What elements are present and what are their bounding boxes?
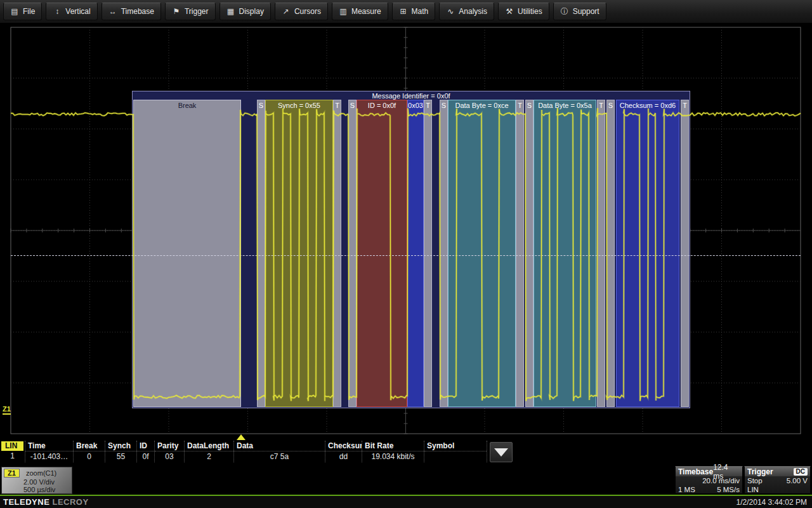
table-column-time: Time-101.403… [25,441,74,462]
table-header-cell: Synch [105,441,136,451]
timebase-sample-rate: 5 MS/s [717,485,740,494]
table-column-symbol: Symbol [424,441,487,462]
table-column-bit-rate: Bit Rate19.034 kbit/s [362,441,424,462]
brand-logo: TELEDYNE LECROY [3,497,89,507]
vertical-icon: ↕ [53,7,62,16]
menu-button-vertical[interactable]: ↕Vertical [46,3,97,20]
table-scroll-down-button[interactable] [490,442,513,462]
table-value-cell[interactable]: -101.403… [25,451,73,462]
menu-label: Math [412,7,429,16]
decode-table-columns: LIN1Time-101.403…Break0Synch55ID0fParity… [0,441,487,462]
menu-label: Analysis [459,7,487,16]
table-header-cell: DataLength [185,441,233,451]
analysis-icon: ∿ [446,7,455,16]
table-value-cell[interactable]: 55 [105,451,136,462]
table-header-cell: Break [74,441,105,451]
table-header-cell: LIN [1,441,23,451]
waveform-trace [0,23,812,439]
support-icon: ⓘ [560,6,569,17]
menu-button-display[interactable]: ▦Display [219,3,271,20]
trigger-title: Trigger [747,467,773,476]
menu-bar: ▤File↕Vertical↔Timebase⚑Trigger▦Display↗… [0,0,812,23]
measure-icon: ▥ [339,7,348,16]
table-header-cell: Time [25,441,73,451]
cursors-icon: ↗ [282,7,291,16]
menu-label: Timebase [121,7,154,16]
menu-label: Utilities [518,7,542,16]
table-header-cell: Bit Rate [362,441,424,451]
timebase-icon: ↔ [108,7,117,16]
menu-button-trigger[interactable]: ⚑Trigger [165,3,216,20]
table-column-datalength: DataLength2 [185,441,234,462]
menu-label: Display [239,7,264,16]
menu-label: Trigger [185,7,209,16]
timebase-per-div: 20.0 ms/div [702,476,740,485]
table-header-cell: Parity [155,441,184,451]
table-value-cell[interactable]: dd [325,451,362,462]
clock-datetime: 1/2/2014 3:44:02 PM [737,498,807,507]
table-value-cell[interactable]: 1 [0,451,25,462]
menu-label: Measure [351,7,381,16]
table-value-cell[interactable]: 0 [74,451,105,462]
timebase-title: Timebase [678,467,713,476]
table-header-cell: ID [137,441,154,451]
table-header-cell: Data [234,441,325,451]
menu-label: File [23,7,35,16]
table-value-cell[interactable]: c7 5a [234,451,325,462]
table-column-id: ID0f [137,441,155,462]
z1-descriptor-panel[interactable]: Z1 zoom(C1) 2.00 V/div 500 µs/div [1,467,72,494]
table-header-cell: Checksum [325,441,362,451]
table-value-cell[interactable]: 0f [137,451,154,462]
menu-button-support[interactable]: ⓘSupport [553,3,606,20]
menu-button-analysis[interactable]: ∿Analysis [439,3,494,20]
menu-button-utilities[interactable]: ⚒Utilities [498,3,549,20]
lin-decode-table: LIN1Time-101.403…Break0Synch55ID0fParity… [0,441,511,462]
menu-button-cursors[interactable]: ↗Cursors [275,3,328,20]
timebase-samples: 1 MS [678,485,695,494]
z1-badge: Z1 [4,469,20,478]
trigger-descriptor-panel[interactable]: Trigger DC Stop 5.00 V LIN [744,466,811,494]
menu-label: Vertical [65,7,90,16]
table-value-cell[interactable] [424,451,487,462]
display-icon: ▦ [226,7,235,16]
oscilloscope-app: ▤File↕Vertical↔Timebase⚑Trigger▦Display↗… [0,0,812,508]
trigger-source: LIN [747,485,759,494]
table-column-parity: Parity03 [155,441,185,462]
timebase-descriptor-panel[interactable]: Timebase 12.4 ms 20.0 ms/div 1 MS 5 MS/s [675,466,743,494]
trigger-mode: Stop [747,476,763,485]
file-icon: ▤ [10,7,19,16]
trigger-level: 5.00 V [787,476,808,485]
table-value-cell[interactable]: 03 [155,451,184,462]
status-bar: TELEDYNE LECROY 1/2/2014 3:44:02 PM [0,496,812,508]
trigger-coupling-badge: DC [794,468,808,476]
trigger-icon: ⚑ [172,7,181,16]
z1-trace-label[interactable]: Z1 [3,405,11,415]
menu-button-timebase[interactable]: ↔Timebase [102,3,161,20]
z1-source-label: zoom(C1) [26,469,56,477]
table-column-lin: LIN1 [0,441,25,462]
z1-volts-per-div: 2.00 V/div [23,478,55,486]
table-header-cell: Symbol [424,441,487,451]
math-icon: ⊞ [399,7,408,16]
chevron-down-icon [494,448,508,457]
utilities-icon: ⚒ [505,7,514,16]
waveform-display: Message Identifier = 0x0f BreakSSynch = … [0,23,812,439]
table-column-break: Break0 [74,441,105,462]
menu-label: Support [573,7,599,16]
z1-time-per-div: 500 µs/div [23,486,55,493]
menu-button-math[interactable]: ⊞Math [392,3,436,20]
brand-teledyne: TELEDYNE [3,497,49,507]
menu-button-measure[interactable]: ▥Measure [332,3,388,20]
table-column-checksum: Checksumdd [325,441,362,462]
table-value-cell[interactable]: 2 [185,451,233,462]
table-value-cell[interactable]: 19.034 kbit/s [362,451,424,462]
menu-button-file[interactable]: ▤File [3,3,42,20]
brand-lecroy: LECROY [52,497,88,507]
menu-label: Cursors [294,7,321,16]
trigger-position-marker[interactable] [237,434,246,440]
table-column-synch: Synch55 [105,441,137,462]
table-column-data: Datac7 5a [234,441,325,462]
